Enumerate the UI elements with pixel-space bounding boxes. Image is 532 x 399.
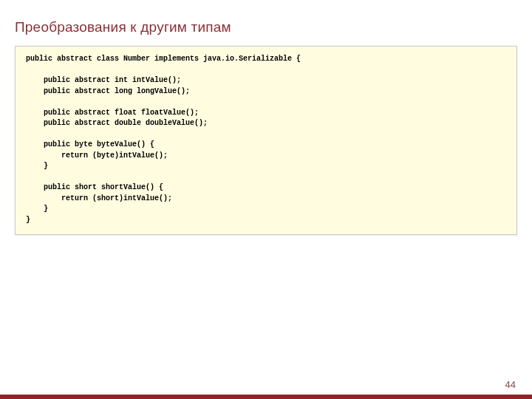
slide-title: Преобразования к другим типам [15,19,231,35]
code-block: public abstract class Number implements … [15,46,517,235]
page-number: 44 [505,379,516,390]
footer-bar [0,395,532,399]
